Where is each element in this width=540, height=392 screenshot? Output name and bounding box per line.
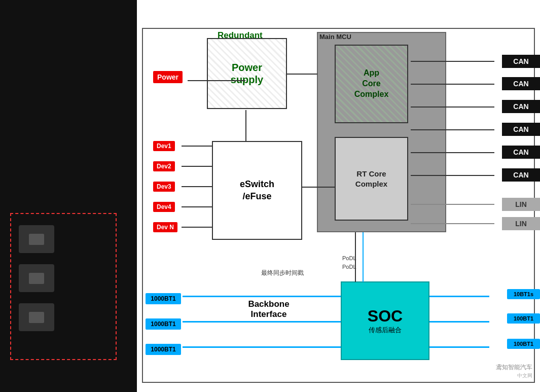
dev2-arrow — [182, 166, 212, 167]
lin-arrow-2 — [411, 223, 494, 224]
can-arrow-5 — [411, 152, 494, 153]
dev4-arrow — [182, 206, 212, 207]
dev3-arrow — [182, 186, 212, 187]
eswitch-rt-arrow — [302, 187, 335, 188]
camera-box — [10, 213, 117, 360]
lin-label-2: LIN — [502, 217, 540, 230]
camera-item-1 — [19, 225, 108, 253]
can-label-6: CAN — [502, 168, 540, 182]
main-mcu-label: Main MCU — [319, 33, 351, 41]
podl-label-2: PoDL — [342, 264, 356, 270]
devn-arrow — [182, 227, 212, 228]
power-supply-text: Powersupply — [231, 61, 263, 86]
power-arrow-h — [188, 80, 245, 81]
camera-item-3 — [19, 303, 108, 331]
can-label-2: CAN — [502, 77, 540, 90]
bt1-left-1: 1000BT1 — [146, 293, 181, 304]
can-label-4: CAN — [502, 123, 540, 136]
devn-label: Dev N — [153, 222, 177, 232]
eswitch-text: eSwitch/eFuse — [240, 179, 274, 202]
camera-icon-2 — [19, 264, 54, 292]
soc-eth-line-1 — [429, 296, 489, 297]
soc-eth-line-3 — [429, 346, 489, 348]
eth-right-2: 100BT1 — [507, 313, 540, 324]
ps-to-mcu-arrow — [287, 74, 317, 75]
bt1-line-3 — [183, 346, 341, 348]
left-panel — [0, 0, 137, 392]
zh-sync-label: 最终同步时间戳 — [261, 269, 304, 277]
eth-right-3: 100BT1 — [507, 339, 540, 349]
power-supply-box: Powersupply — [207, 38, 287, 109]
camera-icon-3 — [19, 303, 54, 331]
lin-label-1: LIN — [502, 198, 540, 211]
soc-eth-line-2 — [429, 321, 489, 323]
can-arrow-4 — [411, 129, 494, 130]
app-core-box: AppCoreComplex — [335, 45, 408, 123]
power-to-eswitch-vline — [245, 110, 246, 141]
bt1-line-1 — [183, 296, 341, 297]
eth-right-1: 10BT1s — [507, 289, 540, 299]
diagram: Power Redundant Powersupply Main MCU App… — [137, 0, 540, 392]
soc-box: SOC 传感后融合 — [341, 281, 429, 360]
dev3-label: Dev3 — [153, 182, 175, 192]
camera-item-2 — [19, 264, 108, 292]
app-core-text: AppCoreComplex — [354, 68, 389, 99]
can-arrow-1 — [411, 61, 494, 62]
rt-core-text: RT CoreComplex — [355, 169, 387, 189]
can-arrow-3 — [411, 106, 494, 108]
bt1-left-3: 1000BT1 — [146, 344, 181, 355]
dev1-arrow — [182, 146, 212, 147]
camera-icon-1 — [19, 225, 54, 253]
bt1-left-2: 1000BT1 — [146, 318, 181, 330]
podl-vline-2 — [363, 232, 364, 282]
eswitch-box: eSwitch/eFuse — [212, 141, 302, 240]
backbone-label: BackboneInterface — [218, 299, 319, 319]
can-label-5: CAN — [502, 146, 540, 159]
dev2-label: Dev2 — [153, 161, 175, 171]
power-label: Power — [153, 71, 183, 83]
rt-core-box: RT CoreComplex — [335, 137, 408, 221]
soc-text: SOC — [368, 307, 403, 326]
podl-vline-1 — [355, 232, 356, 282]
can-label-3: CAN — [502, 100, 540, 113]
can-arrow-6 — [411, 175, 494, 176]
can-label-1: CAN — [502, 55, 540, 68]
soc-sub-text: 传感后融合 — [369, 326, 402, 335]
dev4-label: Dev4 — [153, 202, 175, 212]
bt1-line-2 — [183, 321, 341, 323]
watermark: 鸢知智能汽车 中文网 — [496, 363, 532, 379]
lin-arrow-1 — [411, 204, 494, 205]
can-arrow-2 — [411, 84, 494, 85]
podl-label-1: PoDL — [342, 255, 356, 261]
dev1-label: Dev1 — [153, 141, 175, 151]
